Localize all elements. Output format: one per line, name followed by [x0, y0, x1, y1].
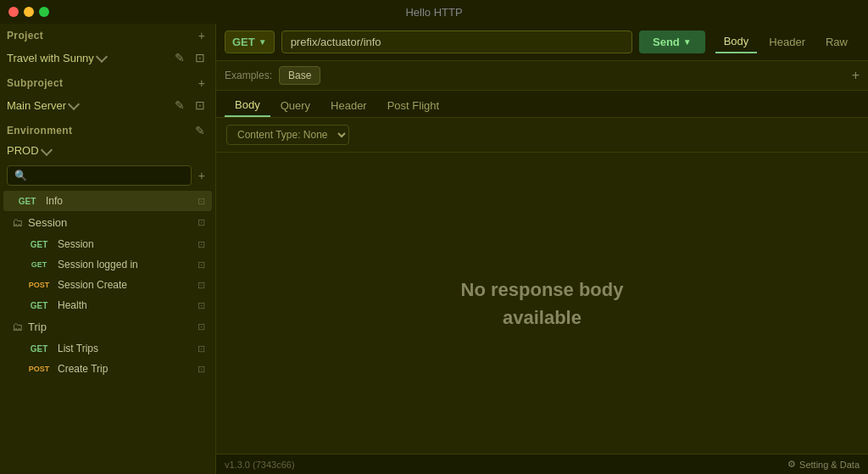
- send-label: Send: [653, 36, 680, 48]
- subproject-icons: ✎ ⊡: [171, 97, 209, 114]
- list-item[interactable]: POST Session Create ⊡: [15, 275, 212, 295]
- url-bar: GET ▼ Send ▼ Body Header Raw: [216, 24, 868, 61]
- examples-bar: Examples: Base +: [216, 61, 868, 91]
- settings-label: Setting & Data: [799, 460, 860, 470]
- copy-subproject-button[interactable]: ⊡: [192, 97, 209, 114]
- item-copy-icon[interactable]: ⊡: [198, 280, 205, 291]
- add-request-button[interactable]: +: [195, 167, 209, 184]
- subproject-section: Subproject +: [0, 71, 215, 95]
- project-selector[interactable]: Travel with Sunny: [7, 52, 106, 64]
- version-label: v1.3.0 (7343c66): [225, 460, 295, 470]
- project-label: Project: [7, 30, 43, 42]
- project-icons: ✎ ⊡: [171, 49, 209, 66]
- item-copy-icon[interactable]: ⊡: [198, 196, 205, 207]
- add-project-button[interactable]: +: [195, 27, 209, 44]
- content-type-row: Content Type: None application/json appl…: [216, 118, 868, 153]
- sidebar: Project + Travel with Sunny ✎ ⊡ Subproje…: [0, 24, 216, 474]
- tab-post-flight[interactable]: Post Flight: [377, 94, 449, 117]
- method-badge-post: POST: [25, 281, 53, 289]
- tab-response-raw[interactable]: Raw: [817, 31, 856, 53]
- app-title: Hello HTTP: [405, 6, 462, 19]
- item-copy-icon[interactable]: ⊡: [198, 300, 205, 311]
- send-dropdown-icon: ▼: [683, 37, 692, 47]
- settings-button[interactable]: ⚙ Setting & Data: [787, 459, 860, 470]
- item-label: Session: [58, 238, 94, 250]
- tab-response-header[interactable]: Header: [760, 31, 814, 53]
- tab-query[interactable]: Query: [270, 94, 320, 117]
- item-label: List Trips: [58, 343, 98, 354]
- response-area: No response bodyavailable: [216, 153, 868, 454]
- folder-copy-icon[interactable]: ⊡: [198, 321, 205, 332]
- method-dropdown-icon: ▼: [259, 37, 267, 47]
- edit-project-button[interactable]: ✎: [171, 49, 188, 66]
- item-label: Session Create: [58, 279, 127, 291]
- project-section: Project +: [0, 24, 215, 47]
- session-sub-items: GET Session ⊡ GET Session logged in ⊡ PO…: [0, 234, 215, 315]
- response-tab-group: Body Header Raw: [712, 31, 860, 53]
- environment-value-row: PROD: [0, 142, 215, 162]
- folder-icon: 🗂: [12, 216, 23, 229]
- subproject-chevron-icon: [68, 98, 80, 110]
- subproject-value-row: Main Server ✎ ⊡: [0, 95, 215, 119]
- tab-header[interactable]: Header: [320, 94, 377, 117]
- list-item[interactable]: GET Session ⊡: [15, 234, 212, 254]
- environment-selector[interactable]: PROD: [7, 144, 51, 157]
- item-copy-icon[interactable]: ⊡: [198, 239, 205, 250]
- folder-item-session[interactable]: 🗂 Session ⊡: [3, 211, 212, 234]
- no-response-message: No response bodyavailable: [461, 276, 624, 332]
- request-tabs: Body Query Header Post Flight: [216, 91, 868, 118]
- method-badge-post: POST: [25, 365, 53, 373]
- statusbar: v1.3.0 (7343c66) ⚙ Setting & Data: [216, 454, 868, 474]
- minimize-window-button[interactable]: [24, 7, 34, 17]
- list-item[interactable]: POST Create Trip ⊡: [15, 359, 212, 379]
- folder-label: Session: [28, 216, 67, 229]
- list-item[interactable]: GET Session logged in ⊡: [15, 254, 212, 275]
- example-tab-base[interactable]: Base: [279, 66, 320, 85]
- request-list: GET Info ⊡ 🗂 Session ⊡ GET Session: [0, 189, 215, 474]
- search-input[interactable]: [7, 165, 192, 186]
- environment-label: Environment: [7, 125, 72, 137]
- content-type-select[interactable]: Content Type: None application/json appl…: [226, 125, 349, 145]
- tab-response-body[interactable]: Body: [715, 31, 758, 53]
- project-chevron-icon: [96, 51, 108, 63]
- close-window-button[interactable]: [8, 7, 19, 17]
- method-badge-get: GET: [25, 240, 53, 249]
- edit-environment-button[interactable]: ✎: [192, 122, 209, 139]
- list-item[interactable]: GET List Trips ⊡: [15, 338, 212, 359]
- send-button[interactable]: Send ▼: [639, 31, 705, 53]
- examples-label: Examples:: [225, 70, 272, 81]
- gear-icon: ⚙: [787, 459, 796, 470]
- method-badge-get: GET: [25, 260, 53, 269]
- item-copy-icon[interactable]: ⊡: [198, 343, 205, 354]
- copy-project-button[interactable]: ⊡: [192, 49, 209, 66]
- maximize-window-button[interactable]: [39, 7, 49, 17]
- folder-icon: 🗂: [12, 321, 23, 333]
- subproject-selector[interactable]: Main Server: [7, 99, 78, 112]
- url-input[interactable]: [281, 31, 632, 53]
- titlebar: Hello HTTP: [0, 0, 868, 24]
- item-copy-icon[interactable]: ⊡: [198, 259, 205, 270]
- folder-copy-icon[interactable]: ⊡: [198, 217, 205, 228]
- item-label: Info: [46, 195, 63, 207]
- list-item[interactable]: GET Info ⊡: [3, 191, 212, 211]
- item-label: Session logged in: [58, 259, 138, 270]
- folder-item-trip[interactable]: 🗂 Trip ⊡: [3, 315, 212, 338]
- method-select[interactable]: GET ▼: [225, 31, 275, 53]
- project-value-row: Travel with Sunny ✎ ⊡: [0, 47, 215, 71]
- add-example-button[interactable]: +: [852, 68, 860, 83]
- environment-chevron-icon: [40, 143, 52, 155]
- list-item[interactable]: GET Health ⊡: [15, 295, 212, 315]
- add-subproject-button[interactable]: +: [195, 75, 209, 92]
- subproject-label: Subproject: [7, 77, 63, 89]
- environment-section: Environment ✎: [0, 119, 215, 142]
- item-copy-icon[interactable]: ⊡: [198, 364, 205, 375]
- item-label: Create Trip: [58, 363, 108, 375]
- method-badge-get: GET: [14, 197, 41, 206]
- window-controls: [8, 7, 49, 17]
- folder-label: Trip: [28, 321, 47, 333]
- edit-subproject-button[interactable]: ✎: [171, 97, 188, 114]
- main-content: GET ▼ Send ▼ Body Header Raw Examples: B…: [216, 24, 868, 474]
- search-row: +: [0, 162, 215, 189]
- environment-name: PROD: [7, 144, 39, 157]
- tab-body[interactable]: Body: [225, 94, 270, 117]
